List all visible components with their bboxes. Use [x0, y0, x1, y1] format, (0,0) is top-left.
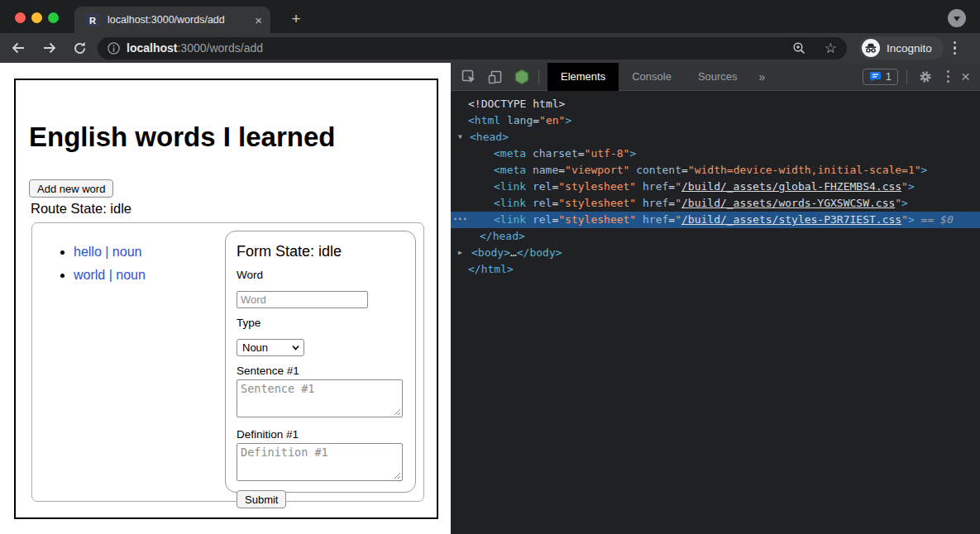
code-token-tag: <meta [494, 147, 526, 160]
inspect-element-button[interactable] [461, 69, 477, 85]
dom-tree-node[interactable]: ▼<head> [451, 129, 980, 145]
code-token-tag: > [901, 197, 908, 209]
dot [954, 52, 957, 55]
sentence-label: Sentence #1 [237, 365, 404, 377]
url-text: localhost:3000/words/add [127, 41, 791, 55]
dot [947, 70, 949, 73]
dom-tree-node[interactable]: </head> [451, 228, 980, 245]
back-button[interactable] [8, 38, 28, 58]
code-token-plain [636, 213, 643, 226]
dom-tree-node[interactable]: </html> [451, 261, 980, 278]
mac-close-button[interactable] [15, 12, 26, 23]
tab-close-icon[interactable]: × [255, 14, 262, 26]
definition-textarea-wrap [237, 443, 403, 481]
address-bar[interactable]: localhost:3000/words/add ☆ [98, 37, 847, 60]
code-token-attr: rel [533, 213, 552, 226]
code-token-attr: rel [533, 180, 552, 193]
code-token-val: " [675, 213, 681, 226]
code-token-plain [526, 147, 533, 160]
code-token-plain: = [668, 197, 675, 209]
more-tabs-button[interactable]: » [751, 70, 774, 83]
reload-button[interactable] [69, 38, 89, 58]
dom-tree-node[interactable]: <link rel="stylesheet" href="/build/_ass… [451, 195, 980, 212]
code-token-attr: href [643, 180, 668, 193]
forward-button[interactable] [40, 38, 60, 58]
resize-grip-icon[interactable] [394, 472, 401, 479]
code-token-attr: lang [507, 114, 533, 126]
extension-hexagon-icon[interactable] [514, 69, 530, 85]
tab-elements[interactable]: Elements [547, 63, 619, 91]
devtools-close-button[interactable]: × [961, 69, 970, 84]
code-token-attr: content [636, 164, 681, 176]
code-token-attr: charset [533, 147, 578, 160]
divider [538, 69, 539, 84]
bookmark-star-icon[interactable]: ☆ [825, 40, 837, 57]
browser-window: R localhost:3000/words/add × + [0, 0, 980, 534]
code-token-val: " [675, 180, 681, 193]
dom-tree-node[interactable]: <html lang="en"> [451, 112, 980, 129]
tab-sources[interactable]: Sources [685, 63, 751, 91]
gear-icon [919, 70, 932, 83]
sentence-textarea[interactable] [237, 379, 403, 417]
resize-grip-icon[interactable] [394, 408, 401, 416]
add-word-form-card: Form State: idle Word Type Noun [225, 231, 416, 493]
remix-favicon-icon: R [86, 13, 99, 26]
add-new-word-button[interactable]: Add new word [29, 179, 113, 198]
code-token-plain: = [668, 213, 675, 226]
code-token-val: "width=device-width,initial-scale=1" [688, 164, 921, 176]
dom-tree-node[interactable]: ▶<body>…</body> [451, 245, 980, 261]
dot [947, 80, 949, 83]
zoom-in-icon[interactable] [791, 41, 806, 55]
browser-tab[interactable]: R localhost:3000/words/add × [74, 7, 270, 33]
expand-arrow-closed-icon[interactable]: ▶ [458, 245, 462, 261]
code-token-tag: <meta [494, 164, 526, 176]
code-token-tag: </body> [517, 246, 562, 259]
device-toolbar-button[interactable] [487, 69, 504, 85]
page-title: English words I learned [29, 122, 335, 153]
new-tab-button[interactable]: + [284, 8, 308, 31]
incognito-label: Incognito [887, 42, 932, 55]
url-path: :3000/words/add [177, 41, 263, 55]
dom-tree-node[interactable]: <link rel="stylesheet" href="/build/_ass… [451, 179, 980, 195]
settings-button[interactable] [917, 69, 934, 85]
definition-textarea[interactable] [237, 443, 403, 481]
type-select[interactable]: Noun [237, 339, 304, 356]
list-item: hello | noun [74, 245, 146, 260]
profile-menu-button[interactable] [948, 9, 966, 27]
mac-maximize-button[interactable] [48, 12, 59, 23]
browser-menu-button[interactable] [954, 41, 957, 55]
code-token-attr: href [643, 213, 668, 226]
code-token-attr: href [643, 197, 668, 209]
chevron-down-icon [954, 17, 960, 21]
page-info-icon[interactable] [108, 42, 120, 55]
code-token-val: " [675, 197, 681, 209]
code-token-link: /build/_assets/words-YGXSWCSW.css [681, 197, 895, 209]
node-overflow-dots-icon[interactable]: ••• [453, 212, 467, 228]
issues-button[interactable]: 1 [863, 69, 898, 85]
back-arrow-icon [10, 40, 26, 56]
word-link-hello[interactable]: hello | noun [74, 245, 141, 259]
code-token-tag: > [629, 147, 636, 160]
dom-tree-node[interactable]: <meta charset="utf-8"> [451, 145, 980, 162]
dom-tree-node[interactable]: <!DOCTYPE html> [451, 96, 980, 112]
word-input[interactable] [237, 291, 368, 308]
tab-strip: R localhost:3000/words/add × + [0, 0, 980, 33]
dom-tree-node[interactable]: <meta name="viewport" content="width=dev… [451, 162, 980, 179]
divider [906, 69, 907, 84]
code-token-link: /build/_assets/global-FHZEMBS4.css [681, 180, 901, 193]
word-label: Word [237, 269, 404, 281]
dom-tree-node-selected[interactable]: •••<link rel="stylesheet" href="/build/_… [451, 212, 980, 228]
code-token-val: "en" [539, 114, 565, 126]
mac-minimize-button[interactable] [31, 12, 42, 23]
devtools-menu-button[interactable] [947, 70, 949, 82]
dot [954, 46, 957, 50]
tab-console[interactable]: Console [619, 63, 685, 91]
content-area: English words I learned Add new word Rou… [0, 63, 980, 534]
expand-arrow-open-icon[interactable]: ▼ [458, 129, 462, 145]
code-token-val: " [901, 213, 908, 226]
code-token-tag: <html [468, 114, 500, 126]
code-token-tag: > [921, 164, 928, 176]
word-link-world[interactable]: world | noun [74, 268, 146, 282]
code-token-val: "stylesheet" [558, 180, 636, 193]
submit-button[interactable]: Submit [237, 490, 286, 508]
